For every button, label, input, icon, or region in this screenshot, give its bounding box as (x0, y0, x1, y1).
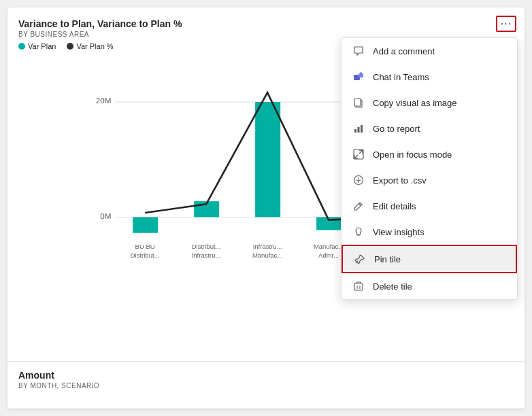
menu-item-pin-tile[interactable]: Pin tile (342, 245, 517, 273)
svg-line-30 (354, 155, 358, 158)
legend-item-var-plan: Var Plan (18, 42, 56, 50)
lightbulb-icon (352, 226, 365, 238)
svg-text:Distribut...: Distribut... (192, 243, 221, 250)
menu-label-copy-visual: Copy visual as image (373, 98, 457, 108)
svg-text:Infrastru...: Infrastru... (253, 243, 282, 250)
context-menu: Add a comment Chat in Teams Copy visual (341, 37, 518, 300)
teams-icon (352, 71, 365, 83)
legend-dot-var-plan-pct (67, 43, 73, 50)
legend-label-var-plan: Var Plan (28, 42, 56, 50)
menu-label-export-csv: Export to .csv (373, 175, 427, 186)
menu-label-view-insights: View insights (373, 227, 425, 237)
menu-label-focus-mode: Open in focus mode (373, 150, 452, 160)
menu-item-copy-visual[interactable]: Copy visual as image (342, 90, 517, 116)
three-dots-button[interactable]: ··· (496, 16, 516, 32)
svg-rect-26 (354, 129, 356, 133)
main-card: Variance to Plan, Variance to Plan % BY … (7, 7, 525, 409)
svg-text:20M: 20M (96, 96, 112, 105)
svg-rect-37 (354, 283, 363, 290)
bottom-card-title: Amount (18, 370, 514, 381)
svg-text:Distribut...: Distribut... (131, 252, 160, 259)
comment-icon (352, 45, 365, 57)
menu-item-delete-tile[interactable]: Delete tile (342, 273, 517, 299)
menu-item-add-comment[interactable]: Add a comment (342, 38, 517, 64)
bar-chart-icon (352, 122, 365, 135)
svg-text:Manufac...: Manufac... (252, 252, 282, 259)
copy-icon (352, 97, 365, 109)
expand-icon (352, 148, 365, 160)
menu-item-go-to-report[interactable]: Go to report (342, 116, 517, 141)
svg-rect-28 (361, 125, 363, 133)
svg-point-23 (360, 72, 362, 74)
svg-line-29 (359, 150, 363, 154)
menu-label-go-to-report: Go to report (373, 124, 420, 134)
menu-label-add-comment: Add a comment (373, 46, 435, 56)
menu-item-focus-mode[interactable]: Open in focus mode (342, 141, 517, 167)
menu-label-delete-tile: Delete tile (373, 281, 412, 292)
svg-text:BU BU: BU BU (135, 243, 155, 250)
legend-item-var-plan-pct: Var Plan % (67, 42, 113, 50)
menu-item-chat-teams[interactable]: Chat in Teams (342, 64, 517, 90)
legend-dot-var-plan (18, 43, 25, 50)
export-icon (352, 174, 365, 186)
menu-label-pin-tile: Pin tile (374, 254, 401, 264)
menu-item-view-insights[interactable]: View insights (342, 219, 517, 245)
svg-text:Manufac...: Manufac... (314, 243, 344, 250)
svg-rect-6 (255, 102, 280, 217)
pin-icon (354, 253, 366, 265)
delete-icon (352, 280, 365, 292)
menu-item-export-csv[interactable]: Export to .csv (342, 167, 517, 193)
svg-text:0M: 0M (100, 211, 111, 220)
svg-rect-27 (358, 127, 360, 133)
legend-label-var-plan-pct: Var Plan % (76, 42, 113, 50)
svg-rect-4 (133, 217, 158, 232)
menu-item-edit-details[interactable]: Edit details (342, 193, 517, 219)
bottom-card-subtitle: BY MONTH, SCENARIO (18, 382, 514, 389)
menu-label-edit-details: Edit details (373, 201, 416, 211)
svg-text:Infrastru...: Infrastru... (192, 252, 221, 259)
svg-text:Admr...: Admr... (318, 252, 339, 259)
menu-label-chat-teams: Chat in Teams (373, 72, 429, 82)
edit-icon (352, 200, 365, 212)
svg-line-34 (359, 204, 361, 206)
chart-title: Variance to Plan, Variance to Plan % (18, 18, 514, 29)
three-dots-icon: ··· (501, 18, 512, 29)
svg-rect-25 (354, 99, 361, 106)
bottom-card: Amount BY MONTH, SCENARIO (7, 361, 525, 409)
